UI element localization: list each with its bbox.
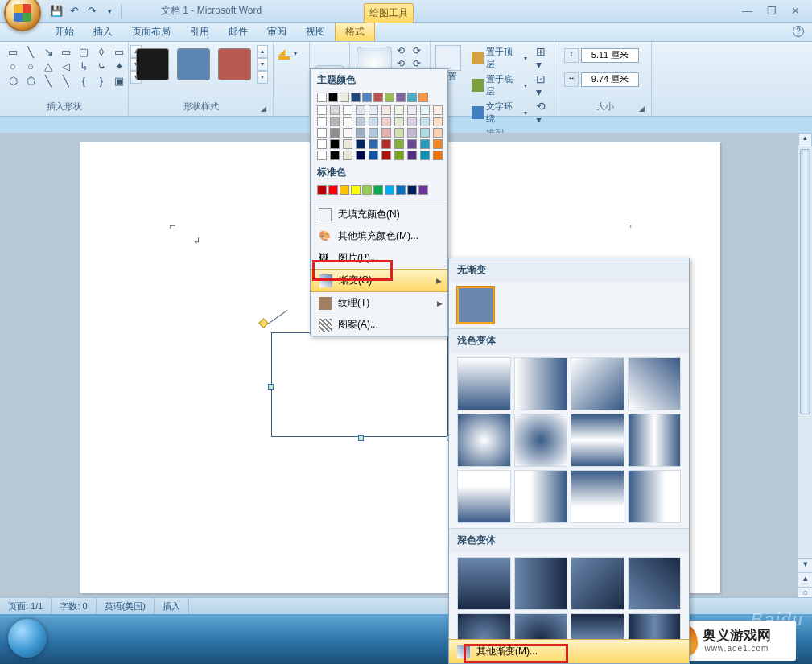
style-preset-1[interactable] bbox=[136, 48, 169, 80]
gradient-swatch[interactable] bbox=[457, 414, 511, 467]
light-variants-header: 浅色变体 bbox=[449, 329, 689, 353]
send-back-button[interactable]: 置于底层▾ bbox=[469, 72, 530, 98]
restore-button[interactable]: ❐ bbox=[767, 5, 777, 17]
pattern-fill-item[interactable]: 图案(A)... bbox=[311, 314, 447, 336]
theme-color-row[interactable] bbox=[311, 91, 447, 104]
adjust-handle[interactable] bbox=[258, 318, 269, 328]
height-icon: ↕ bbox=[564, 48, 579, 63]
contextual-tab-label: 绘图工具 bbox=[364, 3, 414, 23]
gradient-swatch[interactable] bbox=[514, 470, 568, 523]
site-url: www.aoe1.com bbox=[705, 644, 769, 653]
gradient-swatch[interactable] bbox=[571, 557, 624, 610]
theme-tints-grid[interactable] bbox=[311, 104, 447, 162]
help-icon[interactable]: ? bbox=[793, 26, 804, 37]
scroll-up-button[interactable]: ▴ bbox=[798, 133, 812, 146]
resize-handle[interactable] bbox=[358, 435, 364, 441]
dialog-launcher-icon[interactable]: ◢ bbox=[261, 105, 266, 113]
gradient-swatch[interactable] bbox=[457, 470, 511, 523]
no-gradient-swatch[interactable] bbox=[457, 287, 494, 324]
gradient-swatch[interactable] bbox=[571, 357, 624, 410]
margin-corner-icon: ⌐ bbox=[169, 219, 175, 232]
picture-fill-item[interactable]: 🖼图片(P)... bbox=[311, 247, 447, 269]
qat-more-icon[interactable]: ▾ bbox=[103, 5, 116, 18]
tab-insert[interactable]: 插入 bbox=[84, 23, 122, 41]
undo-icon[interactable]: ↶ bbox=[68, 5, 80, 18]
bring-front-button[interactable]: 置于顶层▾ bbox=[469, 45, 530, 71]
gradient-swatch[interactable] bbox=[571, 470, 624, 523]
no-fill-item[interactable]: 无填充颜色(N) bbox=[311, 204, 447, 225]
dark-variants-header: 深色变体 bbox=[449, 529, 689, 552]
tab-mail[interactable]: 邮件 bbox=[219, 23, 258, 41]
position-button-icon[interactable] bbox=[435, 45, 461, 71]
gradient-swatch[interactable] bbox=[457, 557, 511, 610]
gradient-swatch[interactable] bbox=[457, 357, 511, 410]
gradient-fill-item[interactable]: 渐变(G)▶ bbox=[311, 269, 447, 292]
group-fill: ▾ bbox=[274, 42, 310, 116]
gradient-swatch[interactable] bbox=[628, 470, 682, 523]
status-insert-mode[interactable]: 插入 bbox=[155, 598, 189, 614]
gradient-swatch[interactable] bbox=[628, 357, 682, 410]
scroll-down-button[interactable]: ▾ bbox=[798, 558, 812, 572]
vertical-scrollbar[interactable]: ▴ ▾ ▴ ○ ▾ bbox=[798, 133, 812, 616]
status-word-count[interactable]: 字数: 0 bbox=[52, 598, 96, 614]
shape-line-icon[interactable]: ╲ bbox=[23, 45, 39, 58]
width-input[interactable]: 9.74 厘米 bbox=[581, 72, 639, 87]
paragraph-mark-icon: ↲ bbox=[193, 236, 200, 246]
gradient-swatch[interactable] bbox=[514, 414, 568, 467]
shape-textbox-icon[interactable]: ▭ bbox=[5, 45, 21, 58]
scroll-thumb[interactable] bbox=[800, 149, 810, 414]
redo-icon[interactable]: ↷ bbox=[85, 5, 98, 18]
tilt-up-icon: ⟲ bbox=[397, 45, 411, 56]
title-bar: 💾 ↶ ↷ ▾ 文档 1 - Microsoft Word 绘图工具 — ❐ ✕ bbox=[0, 0, 812, 23]
style-preset-2[interactable] bbox=[177, 48, 210, 80]
height-input[interactable]: 5.11 厘米 bbox=[581, 48, 639, 63]
theme-colors-header: 主题颜色 bbox=[311, 69, 447, 91]
texture-fill-item[interactable]: 纹理(T)▶ bbox=[311, 292, 447, 314]
tab-format[interactable]: 格式 bbox=[335, 22, 375, 41]
group-icon[interactable]: ⊡ ▾ bbox=[536, 72, 554, 98]
status-page[interactable]: 页面: 1/1 bbox=[0, 598, 52, 614]
more-fill-colors-item[interactable]: 🎨其他填充颜色(M)... bbox=[311, 225, 447, 247]
more-gradients-item[interactable]: 其他渐变(M)... bbox=[449, 639, 689, 663]
tab-layout[interactable]: 页面布局 bbox=[122, 23, 180, 41]
tab-home[interactable]: 开始 bbox=[45, 23, 84, 41]
status-bar: 页面: 1/1 字数: 0 英语(美国) 插入 bbox=[0, 597, 812, 614]
style-gallery-scroll[interactable]: ▴▾▾ bbox=[257, 45, 268, 84]
gradient-swatch[interactable] bbox=[514, 557, 568, 610]
quick-access-toolbar: 💾 ↶ ↷ ▾ bbox=[50, 4, 122, 19]
rotate-icon[interactable]: ⟲ ▾ bbox=[536, 100, 554, 126]
close-button[interactable]: ✕ bbox=[791, 5, 800, 17]
light-variants-grid bbox=[449, 353, 689, 528]
resize-handle[interactable] bbox=[268, 384, 274, 390]
gradient-swatch[interactable] bbox=[628, 414, 682, 467]
status-language[interactable]: 英语(美国) bbox=[97, 598, 155, 614]
gradient-swatch[interactable] bbox=[628, 557, 682, 610]
group-arrange: 位置 置于顶层▾ 置于底层▾ 文字环绕▾ ⊞ ▾ ⊡ ▾ ⟲ ▾ 排列 bbox=[431, 42, 559, 116]
tab-references[interactable]: 引用 bbox=[180, 23, 219, 41]
text-wrap-button[interactable]: 文字环绕▾ bbox=[469, 100, 530, 126]
gradient-swatch[interactable] bbox=[514, 357, 568, 410]
standard-color-row[interactable] bbox=[311, 184, 447, 196]
prev-page-button[interactable]: ▴ bbox=[798, 572, 812, 587]
group-label-shapes: 插入形状 bbox=[5, 99, 123, 114]
start-button[interactable] bbox=[8, 619, 47, 658]
align-icon[interactable]: ⊞ ▾ bbox=[536, 45, 554, 71]
margin-corner-icon: ¬ bbox=[625, 219, 632, 232]
standard-colors-header: 标准色 bbox=[311, 162, 447, 184]
separator bbox=[121, 4, 122, 19]
fill-color-menu: 主题颜色 标准色 无填充颜色(N) 🎨其他填充颜色(M)... 🖼图片(P)..… bbox=[310, 68, 448, 336]
dialog-launcher-icon[interactable]: ◢ bbox=[639, 105, 645, 113]
group-label-styles: 形状样式◢ bbox=[134, 99, 268, 114]
minimize-button[interactable]: — bbox=[742, 5, 752, 17]
tab-review[interactable]: 审阅 bbox=[258, 23, 296, 41]
group-shape-styles: ▴▾▾ 形状样式◢ bbox=[129, 42, 274, 116]
tab-view[interactable]: 视图 bbox=[296, 23, 335, 41]
shapes-gallery[interactable]: ▭╲↘▭▢◊▭ ○○△◁↳⤷✦ ⬡⬠╲╲{}▣ bbox=[5, 45, 127, 87]
site-name: 奥义游戏网 bbox=[703, 629, 771, 644]
save-icon[interactable]: 💾 bbox=[50, 5, 63, 18]
group-size: ↕5.11 厘米 ↔9.74 厘米 大小◢ bbox=[559, 42, 652, 116]
shape-fill-button[interactable]: ▾ bbox=[278, 47, 297, 60]
style-preset-3[interactable] bbox=[218, 48, 251, 80]
group-label-size: 大小◢ bbox=[564, 99, 646, 114]
gradient-swatch[interactable] bbox=[571, 414, 624, 467]
